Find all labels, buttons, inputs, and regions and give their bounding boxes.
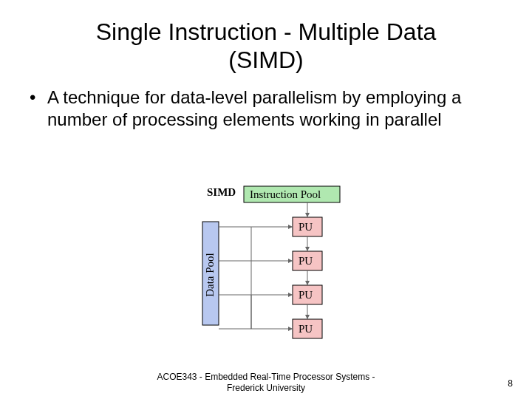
- bullet-area: • A technique for data-level parallelism…: [0, 81, 532, 131]
- pu-label: PU: [299, 323, 313, 335]
- svg-marker-3: [305, 247, 310, 251]
- pu-row-4: PU: [293, 319, 322, 338]
- bullet-item: • A technique for data-level parallelism…: [30, 86, 502, 131]
- instruction-pool-label: Instruction Pool: [250, 188, 321, 200]
- svg-marker-17: [288, 327, 293, 331]
- svg-marker-11: [288, 259, 293, 263]
- title-line2: (SIMD): [228, 47, 303, 73]
- slide: Single Instruction - Multiple Data (SIMD…: [0, 0, 532, 399]
- title-line1: Single Instruction - Multiple Data: [96, 18, 437, 45]
- diagram-svg: SIMD Instruction Pool Data Pool PU PU PU: [155, 185, 377, 355]
- bullet-dot-icon: •: [30, 86, 47, 109]
- pu-label: PU: [299, 255, 313, 267]
- pu-row-3: PU: [293, 285, 322, 304]
- svg-marker-13: [288, 293, 293, 297]
- slide-title: Single Instruction - Multiple Data (SIMD…: [0, 0, 532, 81]
- svg-marker-5: [305, 281, 310, 285]
- simd-label: SIMD: [207, 186, 236, 198]
- pu-label: PU: [299, 221, 313, 233]
- page-number: 8: [508, 378, 513, 389]
- svg-marker-7: [305, 315, 310, 319]
- bullet-text: A technique for data-level parallelism b…: [47, 86, 502, 131]
- data-pool-label: Data Pool: [204, 253, 216, 297]
- footer-line2: Frederick University: [227, 383, 305, 393]
- simd-diagram: SIMD Instruction Pool Data Pool PU PU PU: [155, 185, 377, 355]
- pu-row-1: PU: [293, 217, 322, 236]
- pu-row-2: PU: [293, 251, 322, 270]
- svg-marker-1: [305, 213, 310, 217]
- footer-line1: ACOE343 - Embedded Real-Time Processor S…: [157, 372, 375, 382]
- slide-footer: ACOE343 - Embedded Real-Time Processor S…: [118, 372, 414, 393]
- pu-label: PU: [299, 289, 313, 301]
- svg-marker-9: [288, 225, 293, 229]
